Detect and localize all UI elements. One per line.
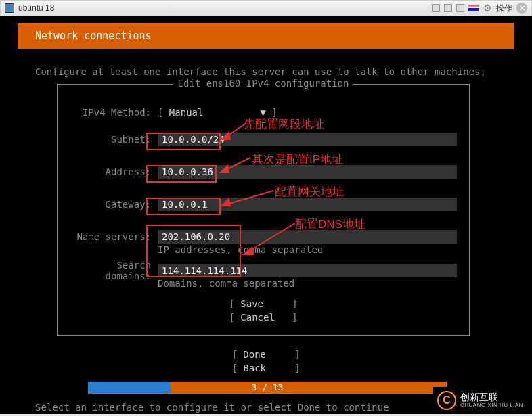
nameservers-hint: IP addresses, comma separated bbox=[158, 244, 457, 255]
bottom-instruction: Select an interface to configure it or s… bbox=[35, 402, 389, 413]
row-gateway: Gateway: 10.0.0.1 bbox=[70, 197, 457, 212]
flag-icon bbox=[468, 5, 479, 11]
gear-icon[interactable]: ⚙ bbox=[483, 3, 492, 14]
address-input[interactable]: 10.0.0.36 bbox=[158, 165, 457, 179]
annotation-dns: 配置DNS地址 bbox=[295, 216, 365, 232]
vm-toolbar: ⚙ 操作 ✕ bbox=[432, 3, 527, 14]
nav-buttons: [ Done ] [ Back ] bbox=[0, 348, 532, 375]
instruction-text: Configure at least one interface this se… bbox=[35, 66, 486, 77]
searchdomains-input[interactable]: 114.114.114.114 bbox=[158, 264, 457, 277]
annotation-subnet: 先配置网段地址 bbox=[244, 116, 324, 132]
row-nameservers: Name servers: 202.106.0.20 bbox=[70, 229, 457, 244]
vm-device-icon-1[interactable] bbox=[432, 4, 440, 12]
cancel-button[interactable]: [ Cancel ] bbox=[70, 310, 457, 324]
vm-icon bbox=[5, 3, 14, 13]
vm-device-icon-3[interactable] bbox=[456, 4, 464, 12]
page-title: Network connections bbox=[35, 30, 152, 42]
gateway-label: Gateway: bbox=[70, 199, 151, 210]
nameservers-label: Name servers: bbox=[70, 231, 151, 242]
address-label: Address: bbox=[70, 166, 151, 177]
back-button[interactable]: [ Back ] bbox=[0, 361, 532, 375]
method-value: Manual bbox=[169, 107, 204, 118]
save-button[interactable]: [ Save ] bbox=[70, 297, 457, 310]
installer-screen: Network connections Configure at least o… bbox=[0, 16, 532, 414]
done-button[interactable]: [ Done ] bbox=[0, 348, 532, 361]
method-label: IPv4 Method: bbox=[70, 107, 151, 118]
watermark-logo: C bbox=[437, 391, 456, 410]
annotation-address: 其次是配置IP地址 bbox=[252, 152, 343, 167]
row-searchdomains: Search domains: 114.114.114.114 bbox=[70, 263, 457, 278]
gateway-input[interactable]: 10.0.0.1 bbox=[158, 198, 457, 211]
vm-title: ubuntu 18 bbox=[18, 3, 54, 13]
subnet-label: Subnet: bbox=[70, 134, 151, 145]
subnet-input[interactable]: 10.0.0.0/24 bbox=[158, 133, 457, 146]
close-icon[interactable]: ✕ bbox=[516, 3, 527, 14]
config-buttons: [ Save ] [ Cancel ] bbox=[70, 297, 457, 324]
progress-text: 3 / 13 bbox=[88, 382, 447, 394]
nameservers-input[interactable]: 202.106.0.20 bbox=[158, 230, 457, 244]
searchdomains-hint: Domains, comma separated bbox=[158, 278, 457, 289]
annotation-gateway: 配置网关地址 bbox=[275, 184, 344, 200]
installer-header: Network connections bbox=[18, 23, 514, 49]
vm-action-label[interactable]: 操作 bbox=[496, 3, 512, 14]
vm-titlebar: ubuntu 18 ⚙ 操作 ✕ bbox=[0, 0, 532, 16]
watermark-line1: 创新互联 bbox=[460, 392, 523, 402]
watermark-line2: CHUANG XIN HU LIAN bbox=[460, 402, 523, 409]
vm-device-icon-2[interactable] bbox=[444, 4, 452, 12]
progress-bar: 3 / 13 bbox=[88, 382, 447, 394]
row-subnet: Subnet: 10.0.0.0/24 bbox=[70, 132, 457, 147]
searchdomains-label: Search domains: bbox=[70, 260, 151, 281]
config-box-title: Edit ens160 IPv4 configuration bbox=[174, 78, 353, 89]
watermark: C 创新互联 CHUANG XIN HU LIAN bbox=[433, 387, 532, 414]
